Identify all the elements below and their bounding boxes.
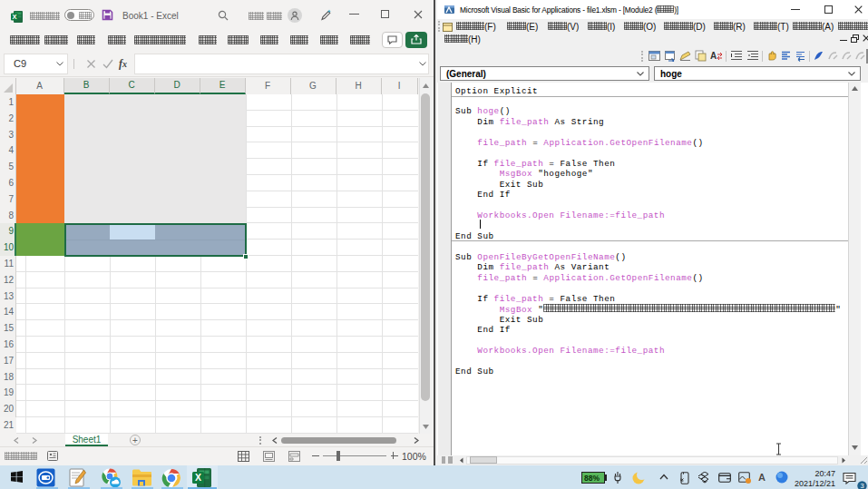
svg-text:3: 3	[860, 482, 863, 489]
svg-text:X: X	[195, 472, 201, 483]
svg-text:A: A	[710, 51, 717, 61]
svg-text:X: X	[12, 13, 16, 21]
